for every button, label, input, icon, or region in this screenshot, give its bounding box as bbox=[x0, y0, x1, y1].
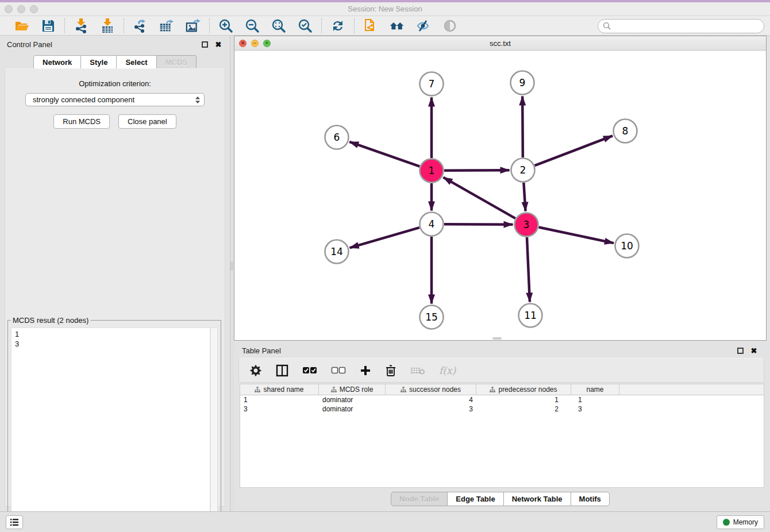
zoom-out-icon[interactable] bbox=[244, 18, 260, 34]
cell-mcds-role[interactable]: dominator bbox=[319, 395, 386, 404]
refresh-styles-icon[interactable] bbox=[330, 18, 346, 34]
cell-mcds-role[interactable]: dominator bbox=[319, 404, 386, 414]
deselect-all-rows-icon[interactable] bbox=[331, 363, 346, 378]
edge-2-9[interactable] bbox=[522, 96, 523, 157]
stepper-chevrons-icon bbox=[195, 96, 201, 104]
attribute-icon bbox=[401, 387, 406, 392]
node-label-1: 1 bbox=[429, 165, 435, 176]
search-input[interactable] bbox=[614, 22, 764, 30]
panel-divider-grip[interactable] bbox=[230, 261, 233, 271]
cell-successor-nodes[interactable]: 4 bbox=[386, 395, 476, 404]
run-mcds-button[interactable]: Run MCDS bbox=[53, 114, 110, 129]
column-label: MCDS role bbox=[340, 385, 374, 394]
column-label: successor nodes bbox=[409, 385, 461, 394]
node-label-7: 7 bbox=[429, 78, 435, 90]
column-header-mcds-role[interactable]: MCDS role bbox=[319, 384, 386, 395]
tab-network[interactable]: Network bbox=[33, 55, 81, 70]
delete-column-icon[interactable] bbox=[385, 363, 396, 378]
column-header-shared-name[interactable]: shared name bbox=[240, 384, 319, 395]
select-all-rows-icon[interactable] bbox=[302, 363, 317, 378]
add-column-icon[interactable] bbox=[360, 363, 371, 378]
cell-successor-nodes[interactable]: 3 bbox=[386, 404, 476, 414]
zoom-in-icon[interactable] bbox=[218, 18, 234, 34]
settings-gear-icon[interactable] bbox=[249, 363, 262, 378]
cell-shared-name[interactable]: 1 bbox=[240, 395, 319, 404]
zoom-selected-icon[interactable] bbox=[297, 18, 313, 34]
edge-2-8[interactable] bbox=[535, 136, 613, 165]
mcds-result-group: MCDS result (2 nodes) 1 3 bbox=[7, 316, 221, 530]
export-image-icon[interactable] bbox=[185, 18, 201, 34]
node-table[interactable]: shared name MCDS role successor nodes pr… bbox=[240, 384, 764, 488]
edge-4-3[interactable] bbox=[444, 224, 513, 225]
task-history-button[interactable] bbox=[6, 515, 23, 529]
column-header-predecessor-nodes[interactable]: predecessor nodes bbox=[476, 384, 571, 395]
tab-mcds[interactable]: MCDS bbox=[157, 55, 197, 70]
column-header-name[interactable]: name bbox=[571, 384, 619, 395]
search-icon bbox=[603, 22, 611, 30]
close-panel-button[interactable]: Close panel bbox=[118, 114, 176, 129]
memory-button[interactable]: Memory bbox=[717, 515, 764, 529]
edge-4-14[interactable] bbox=[350, 228, 419, 248]
node-label-9: 9 bbox=[519, 77, 526, 88]
tab-select[interactable]: Select bbox=[117, 55, 156, 70]
first-neighbors-icon[interactable] bbox=[389, 18, 405, 34]
column-label: name bbox=[586, 385, 603, 394]
edge-1-6[interactable] bbox=[349, 142, 419, 167]
control-panel-title: Control Panel bbox=[7, 40, 195, 49]
network-canvas[interactable]: 7968124314101511 bbox=[234, 51, 766, 340]
delete-table-icon[interactable] bbox=[410, 363, 425, 378]
zoom-fit-icon[interactable] bbox=[271, 18, 287, 34]
cell-shared-name[interactable]: 3 bbox=[240, 404, 319, 414]
tab-style[interactable]: Style bbox=[81, 55, 117, 70]
cell-predecessor-nodes[interactable]: 2 bbox=[476, 404, 571, 414]
export-table-icon[interactable] bbox=[159, 18, 175, 34]
edge-3-1[interactable] bbox=[443, 178, 515, 218]
column-label: predecessor nodes bbox=[498, 385, 557, 394]
tab-edge-table[interactable]: Edge Table bbox=[448, 492, 503, 506]
hide-selected-icon[interactable] bbox=[415, 18, 432, 34]
float-panel-icon[interactable] bbox=[200, 40, 209, 49]
edge-2-3[interactable] bbox=[523, 183, 525, 211]
network-window-titlebar[interactable]: ✕ − + scc.txt bbox=[234, 36, 766, 51]
close-panel-icon[interactable]: ✖ bbox=[214, 40, 223, 49]
optimization-criterion-label: Optimization criterion: bbox=[5, 79, 225, 88]
mcds-result-list[interactable]: 1 3 bbox=[11, 327, 210, 524]
control-panel-tabs: Network Style Select MCDS bbox=[0, 55, 230, 70]
close-table-panel-icon[interactable]: ✖ bbox=[749, 346, 759, 355]
column-header-successor-nodes[interactable]: successor nodes bbox=[386, 384, 476, 395]
cell-name[interactable]: 1 bbox=[571, 395, 619, 404]
table-panel-title: Table Panel bbox=[242, 346, 731, 355]
search-box[interactable] bbox=[598, 19, 764, 33]
split-pane-icon[interactable] bbox=[276, 363, 288, 378]
panel-divider[interactable] bbox=[230, 36, 234, 511]
table-row[interactable]: 3 dominator 3 2 3 bbox=[240, 404, 764, 414]
edge-3-11[interactable] bbox=[527, 237, 530, 302]
node-label-15: 15 bbox=[425, 311, 438, 323]
export-network-icon[interactable] bbox=[132, 18, 148, 34]
function-builder-icon[interactable]: f(x) bbox=[439, 363, 456, 378]
open-folder-icon[interactable] bbox=[14, 18, 30, 34]
mcds-result-scrollbar[interactable] bbox=[210, 327, 218, 524]
import-network-icon[interactable] bbox=[73, 18, 89, 34]
optimization-criterion-select[interactable]: strongly connected component bbox=[25, 93, 205, 106]
network-horizontal-scrollbar[interactable] bbox=[492, 337, 502, 340]
import-table-icon[interactable] bbox=[99, 18, 116, 34]
cell-name[interactable]: 3 bbox=[571, 404, 619, 414]
save-session-icon[interactable] bbox=[40, 18, 56, 34]
show-all-icon[interactable] bbox=[442, 18, 458, 34]
tab-node-table[interactable]: Node Table bbox=[391, 492, 448, 506]
edge-1-2[interactable] bbox=[444, 170, 510, 171]
table-row[interactable]: 1 dominator 4 1 1 bbox=[240, 395, 764, 404]
network-view-window: ✕ − + scc.txt 7968124314101511 bbox=[234, 36, 767, 341]
edge-3-10[interactable] bbox=[539, 228, 614, 244]
node-label-14: 14 bbox=[330, 246, 343, 257]
copy-style-icon[interactable] bbox=[363, 18, 379, 34]
tab-network-table[interactable]: Network Table bbox=[504, 492, 571, 506]
node-label-10: 10 bbox=[621, 240, 633, 252]
node-label-11: 11 bbox=[524, 310, 537, 321]
float-table-panel-icon[interactable] bbox=[736, 346, 745, 355]
cell-predecessor-nodes[interactable]: 1 bbox=[476, 395, 571, 404]
table-header-row: shared name MCDS role successor nodes pr… bbox=[240, 384, 764, 395]
network-graph[interactable]: 7968124314101511 bbox=[234, 51, 766, 340]
tab-motifs[interactable]: Motifs bbox=[571, 492, 610, 506]
